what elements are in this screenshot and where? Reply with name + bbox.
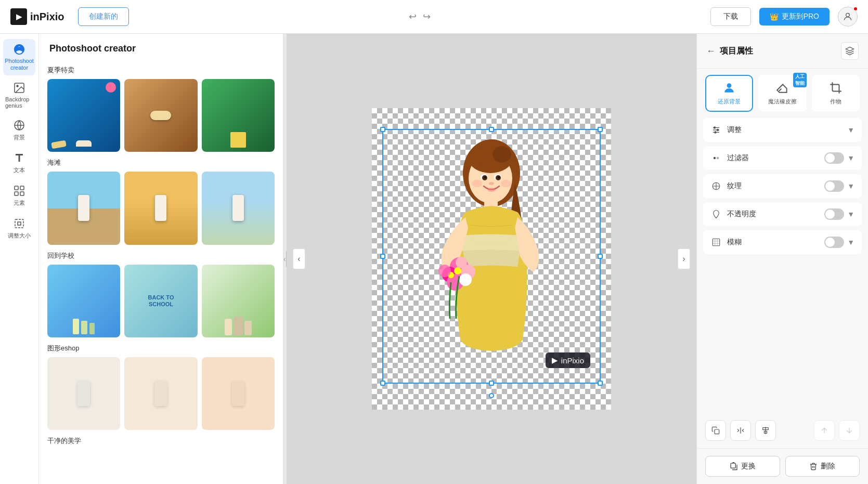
delete-button[interactable]: 删除 bbox=[785, 456, 860, 477]
sidebar-item-background[interactable]: 背景 bbox=[3, 115, 35, 146]
handle-bottom-left[interactable] bbox=[380, 381, 385, 386]
blur-toggle[interactable] bbox=[824, 237, 844, 248]
handle-top-middle[interactable] bbox=[489, 127, 494, 132]
redo-button[interactable]: ↪ bbox=[423, 11, 431, 22]
handle-middle-right[interactable] bbox=[598, 254, 603, 259]
undo-button[interactable]: ↩ bbox=[409, 11, 417, 22]
opacity-toggle[interactable] bbox=[824, 208, 844, 220]
delete-label: 删除 bbox=[821, 462, 835, 471]
replace-button[interactable]: 更换 bbox=[705, 456, 780, 477]
move-down-button[interactable] bbox=[839, 420, 860, 441]
svg-point-3 bbox=[17, 85, 18, 87]
adjust-icon bbox=[710, 124, 722, 136]
svg-rect-9 bbox=[15, 219, 23, 228]
adjust-label: 调整 bbox=[727, 125, 844, 135]
template-item[interactable] bbox=[124, 172, 197, 244]
tool-buttons-row: 还原背景 人工智能 魔法橡皮擦 作物 bbox=[697, 69, 868, 118]
handle-bottom-right[interactable] bbox=[598, 381, 603, 386]
filter-icon bbox=[710, 152, 722, 164]
tool-eraser-label: 魔法橡皮擦 bbox=[768, 98, 797, 106]
handle-top-right[interactable] bbox=[598, 127, 603, 132]
app-logo: ▶ inPixio bbox=[10, 8, 64, 25]
template-grid-summer bbox=[47, 79, 275, 152]
property-blur[interactable]: 模糊 ▼ bbox=[703, 230, 862, 254]
template-item[interactable] bbox=[47, 265, 120, 337]
template-item[interactable] bbox=[47, 357, 120, 430]
blur-chevron: ▼ bbox=[847, 238, 854, 246]
template-item[interactable] bbox=[202, 357, 275, 430]
template-panel-title: Photoshoot creator bbox=[39, 34, 283, 59]
back-icon[interactable]: ← bbox=[706, 46, 716, 57]
section-title-eshop: 图形eshop bbox=[47, 344, 275, 353]
property-filter[interactable]: 过滤器 ▼ bbox=[703, 146, 862, 170]
align-center-button[interactable] bbox=[755, 420, 776, 441]
blur-label: 模糊 bbox=[727, 238, 824, 247]
align-row bbox=[697, 416, 868, 448]
replace-label: 更换 bbox=[741, 462, 756, 471]
template-panel-scroll[interactable]: 夏季特卖 bbox=[39, 59, 283, 484]
template-item[interactable] bbox=[124, 79, 197, 152]
user-avatar-button[interactable] bbox=[838, 7, 858, 27]
svg-point-40 bbox=[714, 127, 716, 128]
right-panel-header: ← 项目属性 bbox=[697, 34, 868, 69]
handle-rotate[interactable] bbox=[489, 393, 494, 398]
adjust-chevron: ▼ bbox=[847, 126, 854, 134]
template-item[interactable] bbox=[47, 172, 120, 244]
svg-rect-46 bbox=[712, 239, 720, 246]
sidebar-item-resize[interactable]: 调整大小 bbox=[3, 213, 35, 244]
template-item[interactable] bbox=[202, 172, 275, 244]
handle-bottom-middle[interactable] bbox=[489, 381, 494, 386]
svg-point-44 bbox=[717, 157, 719, 160]
sidebar-item-elements[interactable]: 元素 bbox=[3, 180, 35, 211]
svg-rect-51 bbox=[715, 429, 719, 434]
filter-toggle[interactable] bbox=[824, 152, 844, 164]
texture-icon bbox=[710, 180, 722, 192]
properties-scroll[interactable]: 调整 ▼ 过滤器 ▼ bbox=[697, 118, 868, 416]
logo-icon: ▶ bbox=[10, 8, 27, 25]
template-panel: Photoshoot creator 夏季特卖 bbox=[39, 34, 283, 484]
filter-chevron: ▼ bbox=[847, 154, 854, 162]
tool-magic-eraser[interactable]: 人工智能 魔法橡皮擦 bbox=[758, 75, 806, 112]
section-title-summer: 夏季特卖 bbox=[47, 66, 275, 75]
upgrade-button[interactable]: 👑 更新到PRO bbox=[759, 8, 830, 25]
template-item[interactable]: BACK TOSCHOOL bbox=[124, 265, 197, 337]
texture-toggle[interactable] bbox=[824, 180, 844, 192]
svg-rect-8 bbox=[20, 192, 24, 195]
sidebar-item-text[interactable]: 文本 bbox=[3, 148, 35, 178]
create-new-button[interactable]: 创建新的 bbox=[78, 7, 129, 26]
svg-point-41 bbox=[717, 129, 719, 131]
sidebar-item-background-label: 背景 bbox=[14, 134, 25, 141]
handle-top-left[interactable] bbox=[380, 127, 385, 132]
tool-restore-background[interactable]: 还原背景 bbox=[705, 75, 753, 112]
tool-crop[interactable]: 作物 bbox=[812, 75, 860, 112]
template-item[interactable] bbox=[124, 357, 197, 430]
download-button[interactable]: 下载 bbox=[710, 7, 751, 26]
canvas-container: ▶ inPixio bbox=[372, 108, 611, 410]
template-item[interactable] bbox=[202, 79, 275, 152]
property-texture[interactable]: 纹理 ▼ bbox=[703, 174, 862, 198]
flip-h-button[interactable] bbox=[730, 420, 751, 441]
sidebar-item-photoshoot[interactable]: Photoshoot creator bbox=[3, 39, 35, 75]
template-grid-eshop bbox=[47, 357, 275, 430]
sidebar-item-backdrop-label: Backdrop genius bbox=[5, 96, 33, 109]
collapse-right-arrow[interactable]: › bbox=[678, 248, 690, 269]
canvas-area: ‹ › bbox=[287, 34, 696, 484]
notification-dot bbox=[853, 6, 858, 11]
sidebar-icons: Photoshoot creator Backdrop genius 背景 文本… bbox=[0, 34, 39, 484]
move-up-button[interactable] bbox=[814, 420, 835, 441]
template-item[interactable] bbox=[202, 265, 275, 337]
handle-middle-left[interactable] bbox=[380, 254, 385, 259]
property-adjust[interactable]: 调整 ▼ bbox=[703, 118, 862, 142]
template-grid-school: BACK TOSCHOOL bbox=[47, 265, 275, 337]
sidebar-item-backdrop[interactable]: Backdrop genius bbox=[3, 77, 35, 113]
svg-rect-5 bbox=[15, 186, 18, 190]
section-title-school: 回到学校 bbox=[47, 251, 275, 260]
property-opacity[interactable]: 不透明度 ▼ bbox=[703, 202, 862, 226]
template-grid-beach bbox=[47, 172, 275, 244]
template-item[interactable] bbox=[47, 79, 120, 152]
collapse-left-arrow[interactable]: ‹ bbox=[293, 248, 305, 269]
ai-badge: 人工智能 bbox=[793, 73, 807, 87]
copy-button[interactable] bbox=[705, 420, 726, 441]
layers-button[interactable] bbox=[841, 42, 859, 60]
opacity-label: 不透明度 bbox=[727, 210, 824, 219]
